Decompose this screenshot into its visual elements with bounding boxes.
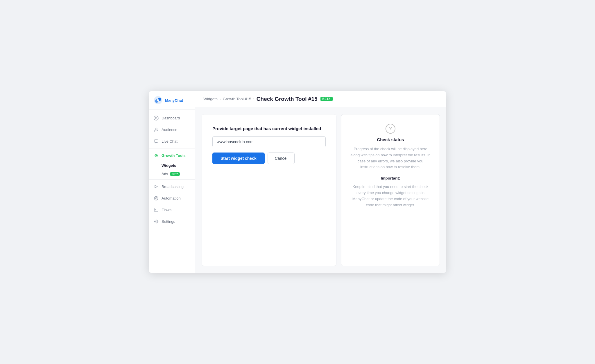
sidebar-subitem-ads[interactable]: Ads BETA — [149, 170, 195, 178]
sidebar-subitem-widgets[interactable]: Widgets — [149, 161, 195, 170]
content-area: Provide target page that has current wid… — [195, 107, 446, 273]
nav-divider-1 — [149, 148, 195, 148]
sidebar-item-broadcasting[interactable]: Broadcasting — [149, 181, 195, 192]
sidebar-item-audience[interactable]: Audience — [149, 124, 195, 135]
breadcrumb-sep-2: › — [253, 97, 255, 101]
svg-point-6 — [155, 128, 157, 130]
svg-rect-19 — [154, 211, 158, 212]
sidebar-item-settings[interactable]: Settings — [149, 216, 195, 227]
svg-point-4 — [154, 116, 158, 120]
check-status-panel: ? Check status Progress of the check wil… — [341, 114, 440, 266]
cancel-button[interactable]: Cancel — [268, 153, 295, 164]
sidebar-item-settings-label: Settings — [162, 219, 175, 224]
main-area: Widgets › Growth Tool #15 › Check Growth… — [195, 91, 446, 273]
svg-rect-17 — [154, 208, 156, 209]
automation-icon — [153, 196, 159, 201]
settings-icon — [153, 219, 159, 224]
breadcrumb: Widgets › Growth Tool #15 › Check Growth… — [203, 96, 333, 102]
app-name: ManyChat — [165, 98, 183, 103]
breadcrumb-sep-1: › — [220, 97, 221, 101]
broadcasting-icon — [153, 184, 159, 189]
svg-marker-10 — [155, 185, 157, 188]
ads-beta-badge: BETA — [170, 172, 180, 176]
svg-point-9 — [155, 155, 157, 156]
sidebar-item-automation[interactable]: Automation — [149, 192, 195, 204]
sidebar-item-live-chat[interactable]: Live Chat — [149, 135, 195, 147]
sidebar-item-growth-tools[interactable]: Growth Tools — [149, 150, 195, 161]
sidebar-item-broadcasting-label: Broadcasting — [162, 184, 184, 189]
audience-icon — [153, 127, 159, 132]
sidebar-item-flows[interactable]: Flows — [149, 204, 195, 216]
flows-icon — [153, 207, 159, 212]
sidebar: ManyChat Dashboard — [149, 91, 195, 273]
form-actions: Start widget check Cancel — [212, 153, 326, 164]
svg-point-5 — [155, 117, 157, 119]
live-chat-icon — [153, 139, 159, 144]
check-status-title: Check status — [377, 137, 404, 142]
sidebar-item-audience-label: Audience — [162, 128, 177, 132]
url-input[interactable] — [212, 136, 326, 147]
sidebar-item-live-chat-label: Live Chat — [162, 139, 178, 144]
svg-point-20 — [155, 221, 157, 222]
header-beta-badge: BETA — [320, 97, 333, 101]
sidebar-nav: Dashboard Audience — [149, 110, 195, 273]
sidebar-item-flows-label: Flows — [162, 208, 171, 212]
sidebar-item-automation-label: Automation — [162, 196, 181, 200]
breadcrumb-widgets[interactable]: Widgets — [203, 97, 218, 101]
svg-rect-7 — [154, 140, 158, 142]
manychat-logo-icon — [153, 96, 163, 105]
header: Widgets › Growth Tool #15 › Check Growth… — [195, 91, 446, 107]
breadcrumb-growth-tool[interactable]: Growth Tool #15 — [223, 97, 251, 101]
check-status-description: Progress of the check will be displayed … — [350, 146, 431, 170]
page-title: Check Growth Tool #15 — [257, 96, 318, 102]
important-description: Keep in mind that you need to start the … — [350, 184, 431, 208]
nav-divider-2 — [149, 179, 195, 180]
dashboard-icon — [153, 115, 159, 121]
form-panel: Provide target page that has current wid… — [202, 114, 336, 266]
svg-rect-18 — [154, 210, 156, 211]
growth-tools-icon — [153, 153, 159, 158]
svg-point-12 — [155, 198, 157, 199]
important-title: Important: — [381, 176, 400, 180]
svg-point-3 — [157, 99, 159, 101]
sidebar-item-growth-tools-label: Growth Tools — [162, 153, 186, 158]
sidebar-subitem-ads-label: Ads — [162, 172, 168, 176]
help-icon: ? — [386, 124, 395, 134]
sidebar-item-dashboard-label: Dashboard — [162, 116, 180, 120]
form-title: Provide target page that has current wid… — [212, 126, 326, 131]
start-widget-check-button[interactable]: Start widget check — [212, 153, 265, 164]
sidebar-item-dashboard[interactable]: Dashboard — [149, 112, 195, 124]
logo[interactable]: ManyChat — [149, 91, 195, 110]
